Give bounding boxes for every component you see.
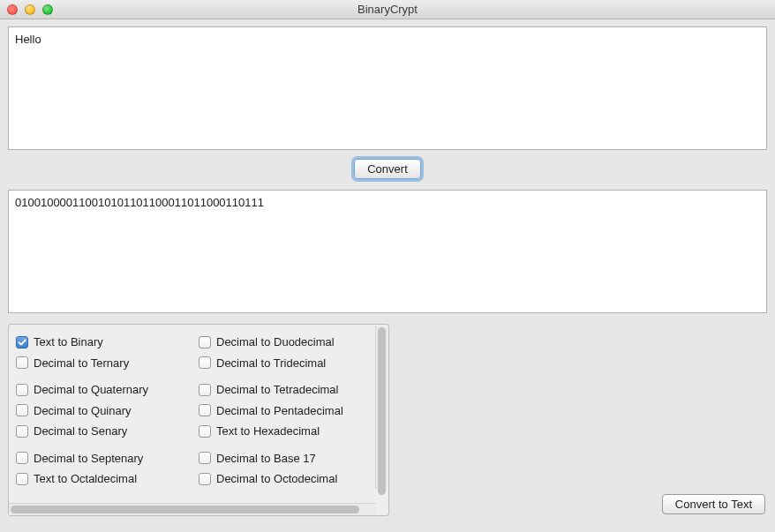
option-label: Decimal to Tridecimal <box>216 356 326 370</box>
input-textarea[interactable] <box>8 26 767 150</box>
option-label: Decimal to Quaternary <box>34 383 148 396</box>
options-scroll: Text to BinaryDecimal to TernaryDecimal … <box>9 325 388 503</box>
option-row[interactable]: Text to Octaldecimal <box>16 468 199 490</box>
vertical-scroll-thumb[interactable] <box>378 327 386 495</box>
checkbox[interactable] <box>16 425 28 438</box>
vertical-scrollbar[interactable] <box>375 326 388 489</box>
option-label: Decimal to Tetradecimal <box>216 383 338 396</box>
options-col-1: Text to BinaryDecimal to TernaryDecimal … <box>16 332 199 501</box>
option-label: Text to Binary <box>34 335 103 348</box>
option-row[interactable]: Decimal to Quinary <box>16 401 199 422</box>
checkbox[interactable] <box>16 384 28 396</box>
option-label: Decimal to Ternary <box>34 356 129 370</box>
option-row[interactable]: Decimal to Senary <box>16 421 199 442</box>
checkbox[interactable] <box>199 384 211 396</box>
horizontal-scrollbar[interactable] <box>9 503 376 515</box>
checkbox[interactable] <box>199 336 211 348</box>
option-row[interactable]: Decimal to Tetradecimal <box>199 379 381 401</box>
close-icon[interactable] <box>7 4 18 15</box>
options-panel: Text to BinaryDecimal to TernaryDecimal … <box>8 324 389 516</box>
checkbox[interactable] <box>199 473 211 485</box>
traffic-lights <box>0 4 53 15</box>
titlebar: BinaryCrypt <box>0 0 775 19</box>
options-col-2: Decimal to DuodecimalDecimal to Tridecim… <box>199 332 381 501</box>
minimize-icon[interactable] <box>25 4 35 15</box>
option-label: Decimal to Base 17 <box>216 452 316 465</box>
option-label: Decimal to Septenary <box>34 452 143 465</box>
checkbox[interactable] <box>16 473 28 485</box>
checkbox[interactable] <box>16 404 28 416</box>
option-row[interactable]: Decimal to Septenary <box>16 448 199 469</box>
option-row[interactable]: Decimal to Tridecimal <box>199 353 381 374</box>
horizontal-scroll-thumb[interactable] <box>11 506 359 513</box>
option-label: Decimal to Quinary <box>34 404 132 417</box>
checkbox[interactable] <box>199 425 211 438</box>
option-row[interactable]: Decimal to Base 17 <box>199 448 381 469</box>
option-label: Decimal to Senary <box>34 424 127 438</box>
option-label: Text to Octaldecimal <box>34 472 137 485</box>
option-row[interactable]: Text to Binary <box>16 332 199 353</box>
option-label: Decimal to Pentadecimal <box>216 404 343 417</box>
convert-to-text-button[interactable]: Convert to Text <box>662 494 765 514</box>
convert-button[interactable]: Convert <box>354 159 421 179</box>
checkbox[interactable] <box>16 356 28 369</box>
output-textarea[interactable] <box>8 190 767 313</box>
option-row[interactable]: Decimal to Ternary <box>16 353 199 374</box>
option-label: Text to Hexadecimal <box>216 424 320 438</box>
option-row[interactable]: Decimal to Octodecimal <box>199 468 381 490</box>
window-title: BinaryCrypt <box>0 3 775 16</box>
option-row[interactable]: Decimal to Pentadecimal <box>199 401 381 422</box>
checkbox[interactable] <box>16 336 28 348</box>
checkbox[interactable] <box>16 452 28 464</box>
option-row[interactable]: Decimal to Quaternary <box>16 379 199 401</box>
lower-row: Text to BinaryDecimal to TernaryDecimal … <box>8 324 767 516</box>
option-row[interactable]: Decimal to Duodecimal <box>199 332 381 353</box>
lower-right: Convert to Text <box>389 324 767 516</box>
zoom-icon[interactable] <box>42 4 53 15</box>
client-area: Convert Text to BinaryDecimal to Ternary… <box>0 19 775 532</box>
checkbox[interactable] <box>199 404 211 416</box>
option-label: Decimal to Duodecimal <box>216 335 335 348</box>
option-row[interactable]: Text to Hexadecimal <box>199 421 381 442</box>
option-label: Decimal to Octodecimal <box>216 472 337 485</box>
convert-row: Convert <box>8 150 767 190</box>
checkbox[interactable] <box>199 356 211 369</box>
checkbox[interactable] <box>199 452 211 464</box>
